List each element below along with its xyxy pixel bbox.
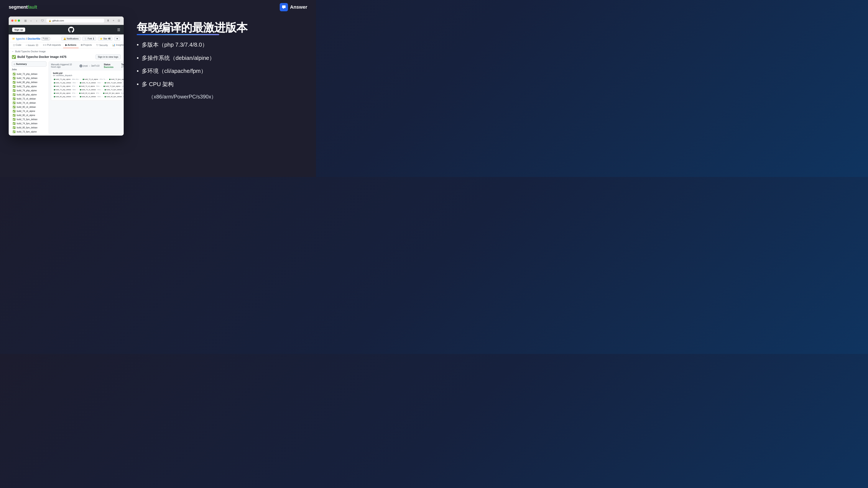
graph-node[interactable]: build_73_fpm_alpine [108,78,124,81]
graph-container: build_73_php_alpine 46m 41s ── build_73_… [53,78,124,99]
workflow-area: ← Build Typecho Docker Image ✅ Build Typ… [9,48,124,135]
workflow-breadcrumb: ← Build Typecho Docker Image [12,50,121,53]
repo-actions: 🔔 Notifications 🍴 Fork 1 ⭐ Star 48 ▼ [61,37,120,41]
graph-node[interactable]: build_73_cli_debian [79,82,97,84]
summary-item[interactable]: ⌂ Summary [12,61,46,67]
more-button[interactable]: ▼ [114,37,120,41]
signup-button[interactable]: Sign up [12,28,25,32]
job-item[interactable]: ✅build_74_fpm_debian [12,122,46,126]
address-bar[interactable]: 🔒 github.com [46,19,104,23]
job-item[interactable]: ✅build_73_php_debian [12,72,46,76]
jobs-sidebar: ⌂ Summary Jobs ✅build_73_php_debian ✅bui… [12,61,46,134]
graph-area: build.yml on: workflow_dispatch build_73… [51,70,124,101]
trigger-info: Manually triggered 10 hours ago [51,63,75,68]
job-item[interactable]: ✅build_74_cli_alpine [12,109,46,113]
sign-in-logs-button[interactable]: Sign in to view logs [95,55,121,59]
bullet-item-3: • 多环境（cli/apache/fpm） [137,67,307,75]
svg-marker-1 [283,8,284,9]
nav-actions[interactable]: ▶ Actions [63,42,79,48]
job-item[interactable]: ✅build_80_php_debian [12,80,46,85]
success-icon: ✅ [12,55,16,59]
job-item[interactable]: ✅build_73_fpm_debian [12,117,46,122]
graph-node[interactable]: build_73_cli_alpine [82,78,99,81]
graph-node[interactable]: build_73_php_debian [53,82,72,84]
public-badge: Public [41,37,50,40]
job-item[interactable]: ✅build_74_php_alpine [12,89,46,93]
graph-node[interactable]: build_74_php_alpine [53,85,71,88]
graph-node[interactable]: build_80_fpm_alpine [102,92,121,95]
nav-security[interactable]: 🛡 Security [94,42,110,48]
workflow-title: ✅ Build Typecho Docker Image #475 [12,55,66,59]
nav-code[interactable]: ◻ Code [11,42,24,48]
slide-title: 每晚编译的最激进版本 [137,21,307,34]
job-item[interactable]: ✅build_74_cli_debian [12,101,46,105]
repo-nav: ◻ Code ○ Issues 2 ⟷ Pull requests ▶ Acti… [9,42,124,48]
user-info: j joyqi → 3a47c10 [80,63,99,68]
fullscreen-icon[interactable]: ⊡ [117,19,121,23]
graph-node[interactable]: build_80_php_debian [53,95,72,98]
browser-actions: ⬆ + ⊡ [106,19,121,23]
job-item[interactable]: ✅build_73_fpm_alpine [12,130,46,134]
traffic-light-green[interactable] [18,20,20,22]
job-item[interactable]: ✅build_73_php_alpine [12,85,46,89]
nav-pull-requests[interactable]: ⟷ Pull requests [41,42,63,48]
github-header: Sign up ☰ [9,25,124,34]
traffic-light-yellow[interactable] [14,20,17,22]
right-panel: 每晚编译的最激进版本 • 多版本（php 7.3/7.4/8.0） • 多操作系… [137,17,307,100]
bullet-dot: • [137,54,139,62]
nav-insights[interactable]: 📊 Insights [110,42,124,48]
graph-node[interactable]: build_80_php_alpine [53,92,71,95]
bullet-item-4: • 多 CPU 架构 [137,80,307,88]
share-icon[interactable]: ⬆ [106,19,110,23]
traffic-light-red[interactable] [11,20,13,22]
answer-badge: Answer [280,3,307,11]
duration-info: Total duration 3h 27m 57s [121,63,124,68]
add-tab-icon[interactable]: + [111,19,116,23]
browser-chrome: ⊞ ‹ › 🛡 🔒 github.com ⬆ + ⊡ [9,17,124,25]
graph-node[interactable]: build_73_php_alpine [53,78,71,81]
github-logo [68,27,74,33]
bullet-dot: • [137,41,139,48]
svg-rect-0 [282,5,286,8]
nav-issues[interactable]: ○ Issues 2 [24,42,41,48]
notifications-button[interactable]: 🔔 Notifications [61,37,81,41]
workflow-meta: Manually triggered 10 hours ago j joyqi … [51,63,124,68]
graph-node[interactable]: build_80_cli_alpine [78,92,96,95]
back-button[interactable]: ‹ [29,18,33,23]
repo-owner-link[interactable]: typecho [16,37,25,40]
job-item[interactable]: ✅build_80_cli_alpine [12,113,46,117]
title-underline [137,34,219,35]
bullet-dot: • [137,80,139,88]
graph-row: build_73_php_alpine 46m 41s ── build_73_… [53,78,124,81]
star-button[interactable]: ⭐ Star 48 [98,37,113,41]
graph-row: build_74_php_alpine 47m ── build_74_cli_… [53,85,124,88]
job-item[interactable]: ✅build_80_php_alpine [12,93,46,97]
workflow-back-link[interactable]: Build Typecho Docker Image [15,50,45,53]
fork-button[interactable]: 🍴 Fork 1 [82,37,96,41]
job-item[interactable]: ✅build_80_fpm_debian [12,126,46,130]
job-item[interactable]: ✅build_74_php_debian [12,76,46,80]
graph-row: build_80_php_alpine 47m ── build_80_cli_… [53,92,124,95]
graph-node[interactable]: build_80_cli_debian [79,95,97,98]
graph-node[interactable]: build_74_fpm_debian [104,88,123,91]
graph-node[interactable]: build_74_fpm_alpine [103,85,121,88]
jobs-label: Jobs [12,68,46,71]
forward-button[interactable]: › [34,18,39,23]
graph-node[interactable]: build_73_fpm_debian [104,82,123,84]
traffic-lights [11,20,20,22]
job-item[interactable]: ✅build_73_cli_debian [12,97,46,101]
hamburger-icon[interactable]: ☰ [117,28,120,32]
job-item[interactable]: ✅build_80_cli_debian [12,105,46,109]
home-icon: ⌂ [14,63,15,65]
answer-icon [280,3,288,11]
repo-name[interactable]: Dockerfile [28,37,40,40]
nav-projects[interactable]: ⊞ Projects [79,42,94,48]
graph-node[interactable]: build_74_cli_alpine [78,85,96,88]
tab-icon[interactable]: ⊞ [23,18,28,23]
browser-nav: ⊞ ‹ › 🛡 [23,18,45,23]
logo: segmentfault [9,4,37,10]
graph-node[interactable]: build_74_cli_debian [79,88,97,91]
bullet-list: • 多版本（php 7.3/7.4/8.0） • 多操作系统（debian/al… [137,41,307,100]
graph-node[interactable]: build_74_php_debian [53,88,72,91]
graph-node[interactable]: build_80_fpm_debian [104,95,123,98]
